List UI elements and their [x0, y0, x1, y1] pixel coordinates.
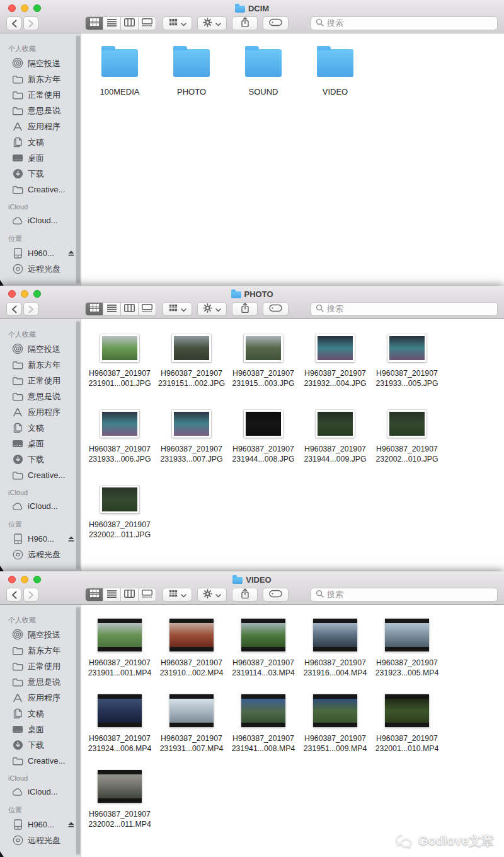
sidebar-scrollbar-thumb[interactable]: [76, 607, 80, 854]
file-item[interactable]: H960387_201907232001...010.MP4: [371, 694, 443, 754]
file-item[interactable]: H960387_2019072319151...002.JPG: [156, 333, 227, 388]
sidebar-item-zhengchangshiyong[interactable]: 正常使用: [0, 373, 81, 388]
sidebar-item-xindongfangnian[interactable]: 新东方年: [0, 71, 81, 87]
sidebar-item-downloads[interactable]: 下载: [0, 166, 81, 182]
sidebar-item-airdrop[interactable]: 隔空投送: [0, 341, 81, 357]
sidebar-item-remote-disc[interactable]: 远程光盘: [0, 261, 81, 277]
share-button[interactable]: [232, 302, 258, 316]
sidebar-item-yisishishuo[interactable]: 意思是说: [0, 103, 81, 119]
tag-button[interactable]: [263, 302, 289, 316]
folder-item[interactable]: SOUND: [227, 47, 299, 96]
file-item[interactable]: H960387_2019072319114...03.MP4: [227, 619, 299, 678]
sidebar-item-icloud-drive[interactable]: iCloud...: [0, 498, 81, 514]
sidebar-item-airdrop[interactable]: 隔空投送: [0, 627, 81, 643]
file-item[interactable]: H960387_201907231941...008.MP4: [227, 694, 299, 754]
share-button[interactable]: [232, 588, 258, 602]
sidebar-item-h960-device[interactable]: H960...: [0, 245, 81, 261]
file-item[interactable]: H960387_201907231933...005.JPG: [371, 333, 443, 388]
list-view-button[interactable]: [103, 303, 120, 315]
icon-view-button[interactable]: [86, 303, 103, 315]
file-item[interactable]: H960387_201907232002...010.JPG: [371, 409, 443, 464]
forward-button[interactable]: [23, 16, 38, 30]
file-item[interactable]: H960387_201907231933...007.JPG: [156, 409, 227, 464]
file-item[interactable]: H960387_201907231944...009.JPG: [299, 409, 371, 464]
sidebar-item-xindongfangnian[interactable]: 新东方年: [0, 357, 81, 373]
gallery-view-button[interactable]: [138, 303, 156, 315]
file-item[interactable]: H960387_201907232002...011.JPG: [84, 484, 156, 540]
folder-item[interactable]: VIDEO: [299, 47, 371, 96]
sidebar-item-icloud-drive[interactable]: iCloud...: [0, 213, 81, 228]
file-item[interactable]: H960387_201907231932...004.JPG: [299, 333, 371, 388]
tag-button[interactable]: [263, 16, 289, 30]
sidebar-item-zhengchangshiyong[interactable]: 正常使用: [0, 658, 81, 674]
share-button[interactable]: [232, 16, 258, 30]
file-item[interactable]: H960387_201907231924...006.MP4: [84, 694, 156, 754]
sidebar-scrollbar[interactable]: [76, 606, 81, 856]
icon-view-button[interactable]: [86, 17, 103, 30]
sidebar-item-yisishishuo[interactable]: 意思是说: [0, 674, 81, 690]
forward-button[interactable]: [23, 588, 38, 602]
action-menu-button[interactable]: [197, 16, 227, 30]
group-menu-button[interactable]: [163, 588, 192, 602]
column-view-button[interactable]: [120, 17, 138, 30]
forward-button[interactable]: [23, 302, 38, 316]
sidebar-item-remote-disc[interactable]: 远程光盘: [0, 547, 81, 563]
tag-button[interactable]: [263, 588, 289, 602]
eject-button[interactable]: [67, 535, 75, 544]
list-view-button[interactable]: [103, 17, 120, 30]
sidebar-item-h960-device[interactable]: H960...: [0, 531, 81, 547]
sidebar-item-documents[interactable]: 文稿: [0, 706, 81, 721]
gallery-view-button[interactable]: [138, 588, 156, 601]
back-button[interactable]: [6, 16, 21, 30]
group-menu-button[interactable]: [163, 16, 192, 30]
sidebar-item-creative[interactable]: Creative...: [0, 753, 81, 769]
column-view-button[interactable]: [120, 303, 138, 315]
eject-button[interactable]: [67, 820, 75, 830]
back-button[interactable]: [6, 302, 21, 316]
sidebar-item-h960-device[interactable]: H960...: [0, 817, 81, 832]
list-view-button[interactable]: [103, 588, 120, 601]
search-field[interactable]: 搜索: [311, 16, 498, 30]
sidebar-item-airdrop[interactable]: 隔空投送: [0, 55, 81, 71]
sidebar-scrollbar-thumb[interactable]: [76, 36, 80, 283]
sidebar-item-remote-disc[interactable]: 远程光盘: [0, 832, 81, 848]
file-item[interactable]: H960387_201907231944...008.JPG: [227, 409, 299, 464]
icon-view-button[interactable]: [86, 588, 103, 601]
sidebar-item-documents[interactable]: 文稿: [0, 134, 81, 150]
eject-button[interactable]: [67, 249, 75, 259]
action-menu-button[interactable]: [197, 302, 227, 316]
file-item[interactable]: H960387_201907231910...002.MP4: [156, 619, 227, 678]
sidebar-item-yisishishuo[interactable]: 意思是说: [0, 388, 81, 404]
file-item[interactable]: H960387_201907231901...001.MP4: [84, 619, 156, 678]
file-item[interactable]: H960387_201907231915...003.JPG: [227, 333, 299, 388]
sidebar-item-desktop[interactable]: 桌面: [0, 150, 81, 166]
file-item[interactable]: H960387_201907231901...001.JPG: [84, 333, 156, 388]
action-menu-button[interactable]: [197, 588, 227, 602]
file-item[interactable]: H960387_201907231916...004.MP4: [299, 619, 371, 678]
sidebar-item-desktop[interactable]: 桌面: [0, 721, 81, 737]
file-item[interactable]: H960387_201907231923...005.MP4: [371, 619, 443, 678]
gallery-view-button[interactable]: [138, 17, 156, 30]
sidebar-scrollbar[interactable]: [76, 35, 81, 284]
sidebar-item-creative[interactable]: Creative...: [0, 182, 81, 197]
column-view-button[interactable]: [120, 588, 138, 601]
file-item[interactable]: H960387_201907232002...011.MP4: [84, 770, 156, 829]
sidebar-item-xindongfangnian[interactable]: 新东方年: [0, 643, 81, 658]
back-button[interactable]: [6, 588, 21, 602]
sidebar-item-documents[interactable]: 文稿: [0, 420, 81, 436]
sidebar-item-desktop[interactable]: 桌面: [0, 436, 81, 452]
search-field[interactable]: 搜索: [311, 302, 498, 316]
group-menu-button[interactable]: [163, 302, 192, 316]
sidebar-item-downloads[interactable]: 下载: [0, 737, 81, 753]
sidebar-item-applications[interactable]: 应用程序: [0, 119, 81, 134]
file-item[interactable]: H960387_201907231951...009.MP4: [299, 694, 371, 754]
file-item[interactable]: H960387_201907231933...006.JPG: [84, 409, 156, 464]
file-item[interactable]: H960387_201907231931...007.MP4: [156, 694, 227, 754]
sidebar-item-zhengchangshiyong[interactable]: 正常使用: [0, 87, 81, 103]
sidebar-scrollbar[interactable]: [76, 320, 81, 570]
sidebar-item-applications[interactable]: 应用程序: [0, 404, 81, 420]
sidebar-scrollbar-thumb[interactable]: [76, 322, 80, 569]
sidebar-item-icloud-drive[interactable]: iCloud...: [0, 784, 81, 800]
sidebar-item-creative[interactable]: Creative...: [0, 467, 81, 483]
folder-item[interactable]: 100MEDIA: [84, 47, 156, 96]
